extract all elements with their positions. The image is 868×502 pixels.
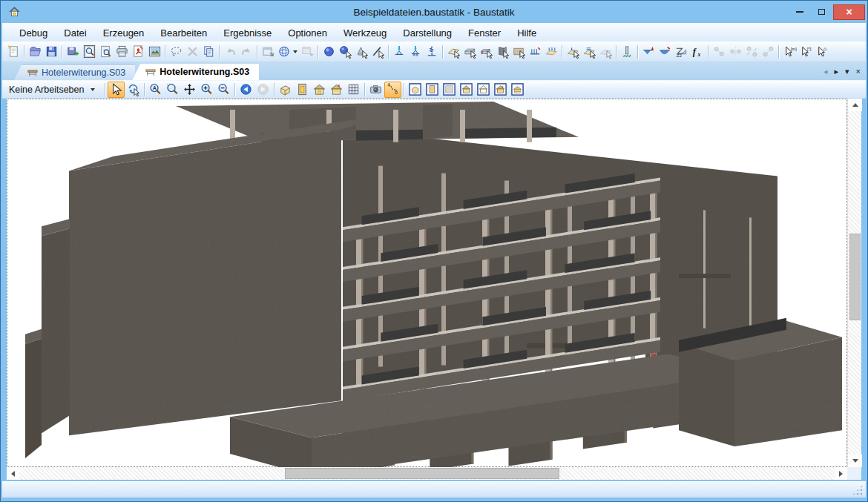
viewport-3d[interactable]: [7, 99, 847, 467]
menu-hilfe[interactable]: Hilfe: [509, 25, 545, 41]
toolbar-separator: [105, 83, 105, 96]
tabs-scroll-right-icon[interactable]: ▸: [835, 67, 839, 76]
zoom-out-button[interactable]: [215, 82, 232, 98]
export-pdf-button[interactable]: [130, 44, 146, 60]
zoom-window-button[interactable]: [164, 82, 181, 98]
window-house-button[interactable]: [458, 82, 475, 98]
scroll-left-icon[interactable]: [7, 467, 19, 480]
cursor-measure-button[interactable]: [m]: [781, 44, 798, 60]
workplane-dropdown[interactable]: Keine Arbeitseben: [5, 83, 100, 96]
support-sliding-button[interactable]: [407, 44, 424, 60]
edit-beam-button[interactable]: [478, 44, 494, 60]
menu-ergebnisse[interactable]: Ergebnisse: [215, 25, 280, 41]
zoom-all-button[interactable]: A: [147, 82, 164, 98]
vertical-scrollbar[interactable]: [847, 99, 861, 467]
view-house-button[interactable]: [311, 82, 328, 98]
tab-close-icon[interactable]: ×: [856, 67, 861, 76]
window-blank-button[interactable]: [441, 82, 458, 98]
create-wall-button[interactable]: [494, 44, 510, 60]
create-slab-button[interactable]: [510, 44, 527, 60]
export-image-button[interactable]: [146, 44, 162, 60]
menu-datei[interactable]: Datei: [56, 25, 94, 41]
properties-window-button[interactable]: [260, 44, 276, 60]
menu-werkzeug[interactable]: Werkzeug: [335, 25, 395, 41]
print-preview-button[interactable]: [81, 44, 97, 60]
create-plate-button[interactable]: [445, 44, 461, 60]
toolbar-separator: [562, 45, 562, 59]
scrollbar-corner: [847, 467, 861, 480]
animation-path-button[interactable]: AD: [384, 82, 401, 98]
menu-optionen[interactable]: Optionen: [280, 25, 335, 41]
view-front-button[interactable]: [294, 82, 311, 98]
column-check-button[interactable]: [619, 44, 635, 60]
support-elastic-button[interactable]: [424, 44, 440, 60]
chevron-down-icon[interactable]: [293, 50, 297, 53]
view-previous-button[interactable]: [237, 82, 254, 98]
toolbar-separator: [62, 45, 62, 59]
select-pointer-button[interactable]: [108, 82, 125, 98]
result-moment-button[interactable]: [657, 44, 673, 60]
pan-view-button[interactable]: [181, 82, 198, 98]
maximize-button[interactable]: [811, 4, 832, 20]
rotate-view-button[interactable]: [125, 82, 142, 98]
result-shear-button[interactable]: [640, 44, 657, 60]
create-beam-button[interactable]: [461, 44, 478, 60]
menubar: DebugDateiErzeugenBearbeitenErgebnisseOp…: [2, 23, 866, 42]
window-isometric-button[interactable]: [407, 82, 424, 98]
building-model: [7, 99, 848, 468]
page-view-button[interactable]: [97, 44, 114, 60]
window-section-2-button[interactable]: [509, 82, 526, 98]
view-isometric-button[interactable]: [277, 82, 294, 98]
tab-hotelerwiterung-2[interactable]: Hotelerwiterung.S03: [132, 64, 259, 80]
support-fixed-button[interactable]: [391, 44, 407, 60]
snapshot-button[interactable]: [367, 82, 384, 98]
close-button[interactable]: ×: [833, 4, 865, 20]
scroll-down-icon[interactable]: [848, 455, 862, 467]
menu-erzeugen[interactable]: Erzeugen: [95, 25, 153, 41]
select-support-button[interactable]: [353, 44, 369, 60]
menu-debug[interactable]: Debug: [11, 25, 56, 41]
window-house-2-button[interactable]: [475, 82, 492, 98]
load-area-button[interactable]: [543, 44, 559, 60]
cursor-diamond-button[interactable]: ◇: [814, 44, 830, 60]
home-icon[interactable]: [8, 6, 21, 18]
scroll-up-icon[interactable]: [848, 99, 862, 111]
select-lasso-button[interactable]: [168, 44, 184, 60]
open-file-button[interactable]: [27, 44, 43, 60]
tab-hotelerwiterung-1[interactable]: Hotelerwiterung.S03: [14, 64, 135, 80]
result-z2-button[interactable]: Z2: [673, 44, 689, 60]
toolbar-separator: [442, 45, 443, 59]
select-node-button[interactable]: [337, 44, 353, 60]
vertical-scroll-thumb[interactable]: [849, 234, 861, 320]
support-sliding-icon: [409, 44, 423, 59]
export-send-button[interactable]: [65, 44, 81, 60]
print-button[interactable]: [114, 44, 130, 60]
tab-label: Hotelerwiterung.S03: [160, 67, 249, 77]
view-3d-button[interactable]: [276, 44, 299, 60]
load-line-button[interactable]: [527, 44, 543, 60]
horizontal-scroll-thumb[interactable]: [285, 468, 559, 479]
window-section-1-button[interactable]: [492, 82, 509, 98]
menu-fenster[interactable]: Fenster: [460, 25, 509, 41]
menu-bearbeiten[interactable]: Bearbeiten: [152, 25, 215, 41]
new-project-button[interactable]: [5, 44, 22, 60]
copy-button[interactable]: [200, 44, 217, 60]
view-grid-button[interactable]: [345, 82, 362, 98]
toolbar-view: Keine Arbeitseben AAD: [2, 80, 866, 99]
tabs-list-dropdown-icon[interactable]: ▾: [845, 67, 849, 76]
zoom-in-button[interactable]: [198, 82, 215, 98]
create-node-button[interactable]: [320, 44, 337, 60]
horizontal-scrollbar[interactable]: [7, 467, 847, 480]
select-member-button[interactable]: [369, 44, 386, 60]
window-front-button[interactable]: [424, 82, 441, 98]
save-file-button[interactable]: [43, 44, 59, 60]
slab-load-1-button[interactable]: [565, 44, 581, 60]
view-section-button[interactable]: [328, 82, 345, 98]
slab-load-2-button[interactable]: [581, 44, 597, 60]
resize-grip[interactable]: [852, 485, 863, 495]
result-function-button[interactable]: fx: [689, 44, 706, 60]
cursor-angle-button[interactable]: [*]: [798, 44, 814, 60]
minimize-button[interactable]: [789, 4, 810, 20]
menu-darstellung[interactable]: Darstellung: [395, 25, 460, 41]
scroll-right-icon[interactable]: [835, 467, 847, 480]
